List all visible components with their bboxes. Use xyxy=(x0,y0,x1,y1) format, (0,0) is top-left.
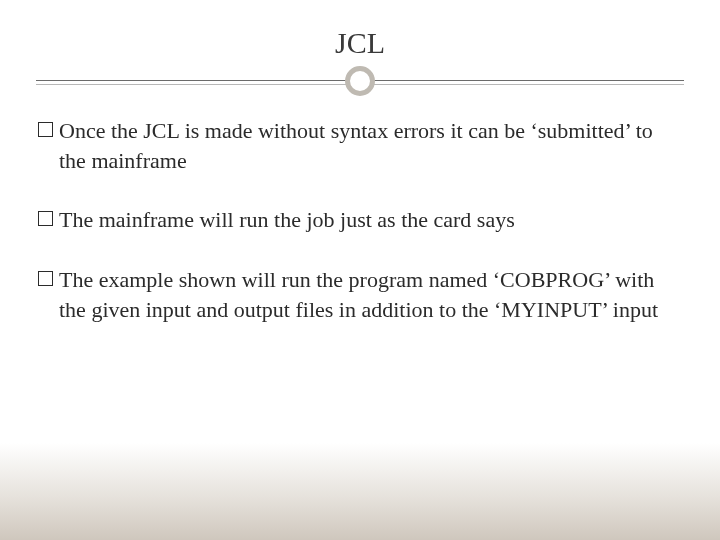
bullet-text: The mainframe will run the job just as t… xyxy=(59,205,682,235)
square-bullet-icon xyxy=(38,271,53,286)
slide: JCL Once the JCL is made without syntax … xyxy=(0,0,720,540)
slide-title-wrap: JCL xyxy=(36,26,684,80)
bullet-text: Once the JCL is made without syntax erro… xyxy=(59,116,682,175)
ring-ornament-icon xyxy=(345,66,375,96)
list-item: The mainframe will run the job just as t… xyxy=(38,205,682,235)
list-item: The example shown will run the program n… xyxy=(38,265,682,324)
slide-content: Once the JCL is made without syntax erro… xyxy=(36,116,684,324)
bullet-text: The example shown will run the program n… xyxy=(59,265,682,324)
square-bullet-icon xyxy=(38,211,53,226)
square-bullet-icon xyxy=(38,122,53,137)
list-item: Once the JCL is made without syntax erro… xyxy=(38,116,682,175)
